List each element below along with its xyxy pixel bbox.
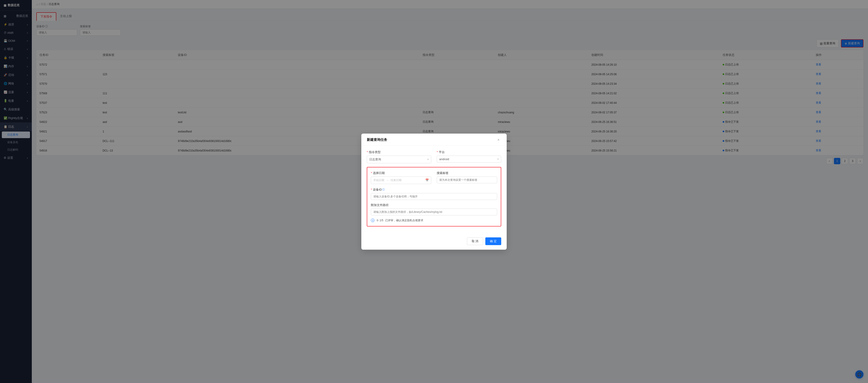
calendar-icon: 📅: [425, 179, 429, 182]
date-arrow: →: [386, 179, 389, 182]
date-group: * 选择日期 开始日期 → 结束日期 📅: [371, 171, 431, 184]
modal-device-id-input[interactable]: [371, 193, 497, 200]
modal-info-row: ① ① 1/5 已评审，确认满足隐私合规要求: [371, 218, 497, 223]
modal-attach-path-label: 附加文件路径: [371, 203, 497, 207]
modal-close-button[interactable]: ×: [496, 137, 501, 143]
cmd-type-arrow-icon: ▾: [427, 158, 429, 161]
modal-header: 新建查询任务 ×: [361, 134, 507, 146]
modal-row-2: * 选择日期 开始日期 → 结束日期 📅 搜索标签: [371, 171, 497, 184]
modal-required-section: * 选择日期 开始日期 → 结束日期 📅 搜索标签: [367, 167, 501, 227]
device-id-info-icon: ⓘ: [382, 188, 385, 191]
platform-group: * 平台 android ▾: [437, 150, 501, 163]
platform-label: * 平台: [437, 150, 501, 154]
cmd-type-label: * 指令类型: [367, 150, 431, 154]
modal-info-text: 已评审，确认满足隐私合规要求: [385, 218, 423, 223]
modal-search-tag-group: 搜索标签: [437, 171, 497, 184]
privacy-info-icon: ①: [371, 218, 374, 222]
cmd-type-select[interactable]: 日志查询 ▾: [367, 156, 431, 163]
modal-search-tag-label: 搜索标签: [437, 171, 497, 175]
modal-attach-path-input[interactable]: [371, 209, 497, 215]
modal-device-id-group: * 设备ID ⓘ: [371, 188, 497, 200]
date-end-placeholder: 结束日期: [391, 178, 402, 182]
platform-arrow-icon: ▾: [497, 158, 499, 160]
date-required-mark: *: [371, 171, 372, 175]
modal-info-count: ① 1/5: [376, 219, 383, 222]
platform-value: android: [439, 157, 449, 161]
cmd-type-group: * 指令类型 日志查询 ▾: [367, 150, 431, 163]
cmd-type-value: 日志查询: [369, 157, 381, 161]
platform-required-mark: *: [437, 150, 438, 154]
modal-body: * 指令类型 日志查询 ▾ * 平台 android ▾: [361, 146, 507, 235]
platform-select[interactable]: android ▾: [437, 156, 501, 163]
close-icon: ×: [497, 138, 499, 142]
modal-row-1: * 指令类型 日志查询 ▾ * 平台 android ▾: [367, 150, 501, 163]
date-range-picker[interactable]: 开始日期 → 结束日期 📅: [371, 177, 431, 184]
cmd-type-required-mark: *: [367, 150, 368, 154]
new-query-modal: 新建查询任务 × * 指令类型 日志查询 ▾: [361, 134, 507, 249]
modal-title: 新建查询任务: [367, 138, 387, 142]
modal-footer: 取 消 确 定: [361, 235, 507, 249]
date-label: * 选择日期: [371, 171, 431, 175]
modal-overlay[interactable]: 新建查询任务 × * 指令类型 日志查询 ▾: [0, 0, 868, 383]
modal-confirm-button[interactable]: 确 定: [485, 237, 501, 245]
date-start-placeholder: 开始日期: [373, 178, 384, 182]
modal-device-id-label: * 设备ID ⓘ: [371, 188, 497, 192]
modal-search-tag-input[interactable]: [437, 177, 497, 183]
modal-attach-path-group: 附加文件路径: [371, 203, 497, 215]
device-required-mark: *: [371, 188, 372, 191]
modal-cancel-button[interactable]: 取 消: [467, 237, 483, 245]
